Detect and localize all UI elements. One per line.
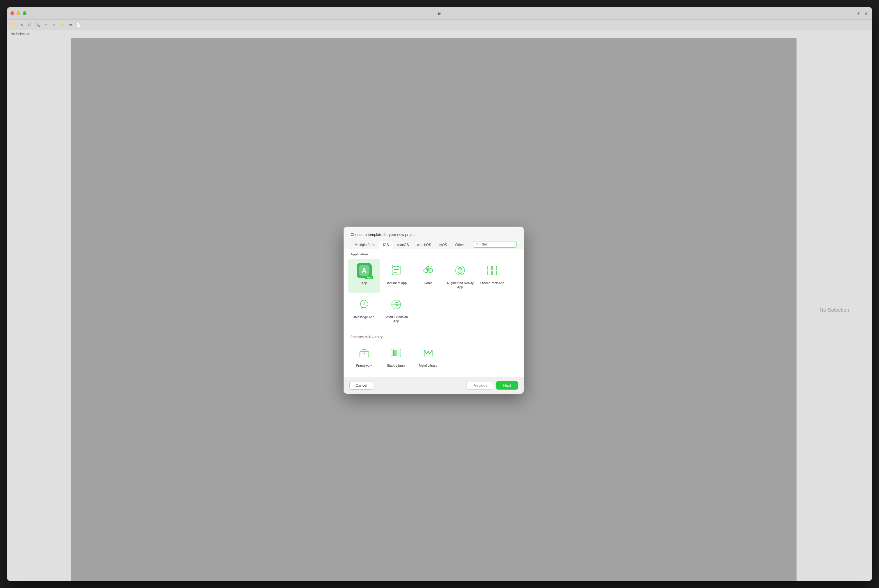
minimize-button[interactable] <box>17 11 20 15</box>
section-application-header: Application <box>344 249 440 258</box>
app-badge: App <box>365 276 373 279</box>
modal-title: Choose a template for your new project: <box>350 232 440 237</box>
application-templates-grid: A App App <box>344 258 440 294</box>
svg-line-9 <box>431 266 432 267</box>
template-app-label: App <box>361 281 367 285</box>
template-app[interactable]: A App App <box>348 259 380 293</box>
template-safari-extension-app[interactable]: Safari Extension App <box>380 293 412 294</box>
search-icon[interactable]: 🔍 <box>35 22 41 28</box>
doc-icon[interactable]: 📄 <box>75 22 81 28</box>
template-game[interactable]: Game <box>412 259 440 293</box>
template-document-app[interactable]: Document App <box>380 259 412 293</box>
maximize-button[interactable] <box>23 11 27 15</box>
folder-icon[interactable]: 📁 <box>11 22 16 28</box>
diamond-icon[interactable]: ◇ <box>51 22 57 28</box>
no-selection-bar: No Selection <box>7 30 440 38</box>
tab-multiplatform[interactable]: Multiplatform <box>350 241 379 249</box>
title-bar: ▶ ＋ ⊞ <box>7 7 440 20</box>
new-project-modal: Choose a template for your new project: … <box>344 226 440 294</box>
rect-icon[interactable]: ▭ <box>68 22 73 28</box>
template-app-icon: A App <box>356 262 373 279</box>
svg-point-7 <box>426 266 430 270</box>
toolbar2: 📁 ✕ ⊞ 🔍 ⚠ ◇ ⚡ ▭ 📄 <box>7 20 440 30</box>
tabs-row: Multiplatform iOS macOS watchOS tvOS Oth… <box>350 241 440 249</box>
close-icon[interactable]: ✕ <box>19 22 24 28</box>
grid-icon[interactable]: ⊞ <box>27 22 33 28</box>
template-imessage-app[interactable]: A iMessage App <box>348 293 380 294</box>
tab-tvos[interactable]: tvOS <box>435 241 440 249</box>
template-document-app-icon <box>388 262 404 279</box>
modal-header: Choose a template for your new project: … <box>344 226 440 249</box>
template-game-label: Game <box>424 281 433 285</box>
template-game-icon <box>420 262 436 279</box>
tab-watchos[interactable]: watchOS <box>413 241 436 249</box>
toolbar-center: ▶ <box>436 10 440 16</box>
run-button[interactable]: ▶ <box>436 10 440 16</box>
svg-text:A: A <box>362 267 367 274</box>
bolt-icon[interactable]: ⚡ <box>59 22 65 28</box>
left-sidebar <box>7 38 71 294</box>
modal-body: Application A <box>344 249 440 294</box>
tab-macos[interactable]: macOS <box>393 241 413 249</box>
template-document-app-label: Document App <box>386 281 407 285</box>
modal-overlay: Choose a template for your new project: … <box>71 38 440 294</box>
traffic-lights <box>11 11 27 15</box>
center-content: No Selection Choose a template for your … <box>71 38 440 294</box>
close-button[interactable] <box>11 11 14 15</box>
xcode-window: ▶ ＋ ⊞ 📁 ✕ ⊞ 🔍 ⚠ ◇ ⚡ ▭ 📄 No Selection No … <box>7 7 440 294</box>
warning-icon[interactable]: ⚠ <box>43 22 49 28</box>
tab-ios[interactable]: iOS <box>379 241 393 249</box>
main-area: No Selection Choose a template for your … <box>7 38 440 294</box>
